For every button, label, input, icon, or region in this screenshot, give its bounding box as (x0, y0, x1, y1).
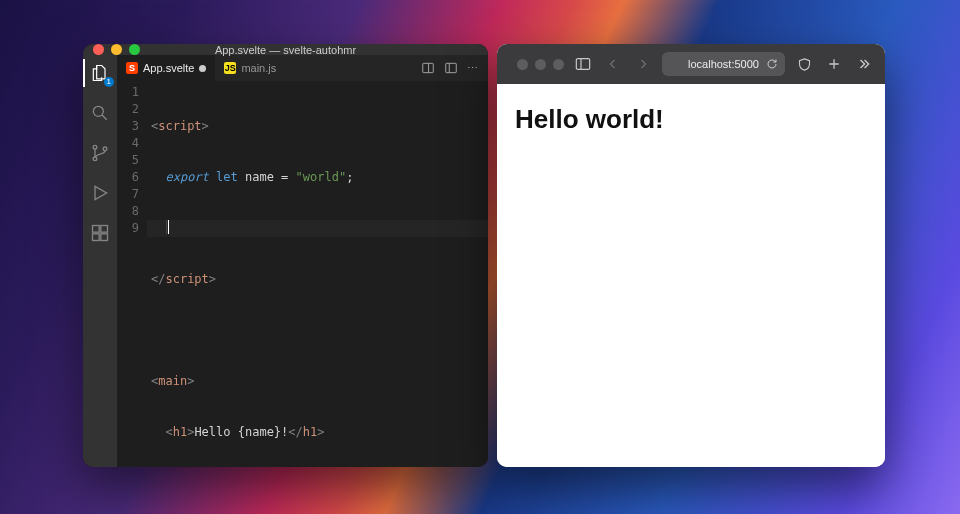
sidebar-icon (575, 57, 591, 71)
chevron-right-icon (637, 58, 649, 70)
zoom-window-button[interactable] (129, 44, 140, 55)
js-file-icon: JS (224, 62, 236, 74)
zoom-window-button[interactable] (553, 59, 564, 70)
editor-actions: ⋯ (412, 55, 488, 81)
plus-icon (827, 57, 841, 71)
safari-toolbar[interactable]: localhost:5000 (497, 44, 885, 84)
split-right-icon (421, 61, 435, 75)
source-control-button[interactable] (88, 141, 112, 165)
privacy-report-button[interactable] (793, 54, 815, 74)
extensions-icon (90, 223, 110, 243)
tab-label: main.js (241, 62, 276, 74)
run-debug-button[interactable] (88, 181, 112, 205)
code-editor[interactable]: 123456789 <script> export let name = "wo… (117, 81, 488, 467)
svg-rect-4 (93, 226, 100, 233)
activity-bar: 1 (83, 55, 117, 467)
minimize-window-button[interactable] (111, 44, 122, 55)
page-heading: Hello world! (515, 104, 867, 135)
svg-rect-12 (446, 63, 457, 72)
extensions-button[interactable] (88, 221, 112, 245)
vscode-window: App.svelte — svelte-autohmr 1 (83, 44, 488, 467)
close-window-button[interactable] (517, 59, 528, 70)
minimize-window-button[interactable] (535, 59, 546, 70)
explorer-button[interactable]: 1 (88, 61, 112, 85)
svg-rect-6 (93, 234, 100, 241)
explorer-badge: 1 (104, 77, 114, 87)
vscode-titlebar[interactable]: App.svelte — svelte-autohmr (83, 44, 488, 55)
code-content[interactable]: <script> export let name = "world"; </sc… (147, 81, 488, 467)
tab-main-js[interactable]: JS main.js (215, 55, 285, 81)
safari-window: localhost:5000 Hello world! (497, 44, 885, 467)
branch-icon (90, 143, 110, 163)
svg-rect-11 (423, 63, 434, 72)
svelte-file-icon: S (126, 62, 138, 74)
forward-button[interactable] (632, 54, 654, 74)
tab-label: App.svelte (143, 62, 194, 74)
text-caret (168, 220, 169, 234)
close-window-button[interactable] (93, 44, 104, 55)
sidebar-toggle-button[interactable] (572, 54, 594, 74)
unsaved-indicator-icon (199, 65, 206, 72)
editor-area: S App.svelte JS main.js ⋯ (117, 55, 488, 467)
reload-button[interactable] (766, 58, 778, 70)
tab-overview-button[interactable] (853, 54, 875, 74)
svg-rect-14 (576, 59, 589, 70)
window-title: App.svelte — svelte-autohmr (83, 44, 488, 56)
web-page-content[interactable]: Hello world! (497, 84, 885, 467)
editor-tabs: S App.svelte JS main.js ⋯ (117, 55, 488, 81)
address-bar[interactable]: localhost:5000 (662, 52, 785, 76)
traffic-lights (83, 44, 140, 55)
chevrons-right-icon (857, 57, 871, 71)
url-text: localhost:5000 (688, 58, 759, 70)
search-button[interactable] (88, 101, 112, 125)
tab-app-svelte[interactable]: S App.svelte (117, 55, 215, 81)
search-icon (90, 103, 110, 123)
new-tab-button[interactable] (823, 54, 845, 74)
layout-icon (444, 61, 458, 75)
chevron-left-icon (607, 58, 619, 70)
split-editor-button[interactable] (421, 61, 435, 75)
line-number-gutter: 123456789 (117, 81, 147, 467)
more-actions-button[interactable]: ⋯ (467, 62, 479, 75)
svg-point-2 (93, 157, 97, 161)
back-button[interactable] (602, 54, 624, 74)
layout-button[interactable] (444, 61, 458, 75)
svg-point-1 (93, 145, 97, 149)
svg-point-3 (103, 147, 107, 151)
play-icon (90, 183, 110, 203)
svg-rect-7 (101, 234, 108, 241)
svg-point-0 (93, 106, 103, 116)
reload-icon (766, 58, 778, 70)
traffic-lights (507, 59, 564, 70)
shield-icon (797, 57, 812, 72)
ellipsis-icon: ⋯ (467, 62, 479, 74)
svg-rect-5 (101, 226, 108, 233)
